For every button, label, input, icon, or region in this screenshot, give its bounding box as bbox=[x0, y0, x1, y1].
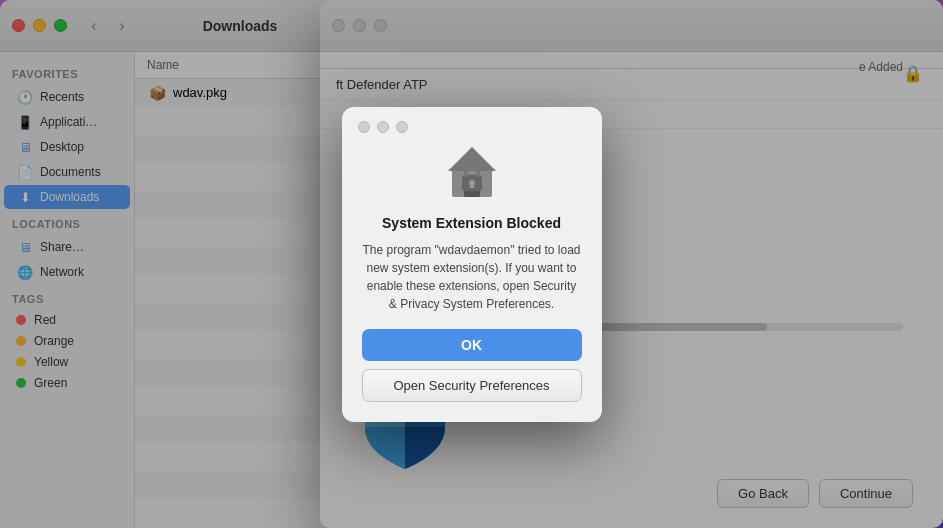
svg-rect-5 bbox=[470, 183, 474, 188]
modal-message: The program "wdavdaemon" tried to load n… bbox=[362, 241, 582, 313]
modal-traffic-lights bbox=[358, 121, 408, 133]
modal-min[interactable] bbox=[377, 121, 389, 133]
system-extension-blocked-dialog: System Extension Blocked The program "wd… bbox=[342, 107, 602, 422]
modal-max[interactable] bbox=[396, 121, 408, 133]
security-icon bbox=[440, 139, 504, 203]
modal-overlay: System Extension Blocked The program "wd… bbox=[0, 0, 943, 528]
open-security-preferences-button[interactable]: Open Security Preferences bbox=[362, 369, 582, 402]
security-padlock-house-icon bbox=[440, 139, 504, 203]
ok-button[interactable]: OK bbox=[362, 329, 582, 361]
modal-title: System Extension Blocked bbox=[382, 215, 561, 231]
modal-close[interactable] bbox=[358, 121, 370, 133]
